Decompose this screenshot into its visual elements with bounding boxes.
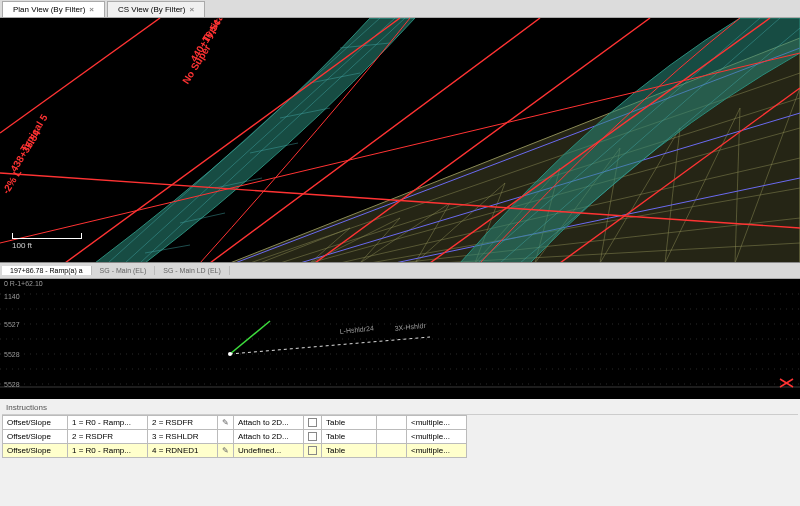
scale-bar: 100 ft bbox=[12, 233, 82, 250]
pencil-icon[interactable] bbox=[218, 430, 234, 444]
cell-table[interactable]: Table bbox=[322, 430, 377, 444]
cell-type: Offset/Slope bbox=[3, 430, 68, 444]
cell-table[interactable]: Table bbox=[322, 444, 377, 458]
cell-to[interactable]: 3 = RSHLDR bbox=[148, 430, 218, 444]
cell-to[interactable]: 4 = RDNED1 bbox=[148, 444, 218, 458]
plan-view[interactable]: Typical 5 438+36.54 -2% L Typical 6/7 44… bbox=[0, 18, 800, 263]
cell-attach[interactable]: Undefined... bbox=[234, 444, 304, 458]
cell-to[interactable]: 2 = RSDFR bbox=[148, 416, 218, 430]
cell-from[interactable]: 1 = R0 - Ramp... bbox=[68, 444, 148, 458]
tab-plan-view[interactable]: Plan View (By Filter) × bbox=[2, 1, 105, 17]
y-tick: 5528 bbox=[4, 381, 20, 388]
table-row[interactable]: Offset/Slope 2 = RSDFR 3 = RSHLDR Attach… bbox=[3, 430, 467, 444]
scale-label: 100 ft bbox=[12, 241, 32, 250]
tab-label: 197+86.78 - Ramp(a) a bbox=[10, 267, 83, 274]
cell-blank bbox=[377, 416, 407, 430]
close-icon[interactable]: × bbox=[89, 5, 94, 14]
table-row[interactable]: Offset/Slope 1 = R0 - Ramp... 2 = RSDFR … bbox=[3, 416, 467, 430]
section-tab[interactable]: SG - Main (EL) bbox=[92, 266, 156, 275]
tab-label: SG - Main (EL) bbox=[100, 267, 147, 274]
svg-text:3X-Hshldr: 3X-Hshldr bbox=[394, 322, 426, 332]
cell-type: Offset/Slope bbox=[3, 444, 68, 458]
cell-blank bbox=[377, 430, 407, 444]
tab-label: CS View (By Filter) bbox=[118, 5, 185, 14]
cell-type: Offset/Slope bbox=[3, 416, 68, 430]
section-tab[interactable]: SG - Main LD (EL) bbox=[155, 266, 230, 275]
tab-cs-view[interactable]: CS View (By Filter) × bbox=[107, 1, 205, 17]
cell-from[interactable]: 1 = R0 - Ramp... bbox=[68, 416, 148, 430]
checkbox[interactable] bbox=[304, 444, 322, 458]
section-tab-bar: 197+86.78 - Ramp(a) a SG - Main (EL) SG … bbox=[0, 263, 800, 279]
instructions-panel: Instructions Offset/Slope 1 = R0 - Ramp.… bbox=[0, 399, 800, 506]
svg-text:L-Hshldr24: L-Hshldr24 bbox=[339, 324, 374, 335]
cell-table[interactable]: Table bbox=[322, 416, 377, 430]
top-tab-bar: Plan View (By Filter) × CS View (By Filt… bbox=[0, 0, 800, 18]
svg-line-58 bbox=[230, 337, 430, 354]
plan-drawing bbox=[0, 18, 800, 263]
section-drawing: L-Hshldr24 3X-Hshldr bbox=[0, 279, 800, 399]
close-icon[interactable]: × bbox=[189, 5, 194, 14]
y-tick: 1140 bbox=[4, 293, 20, 300]
cell-from[interactable]: 2 = RSDFR bbox=[68, 430, 148, 444]
y-tick: 5528 bbox=[4, 351, 20, 358]
instructions-table: Offset/Slope 1 = R0 - Ramp... 2 = RSDFR … bbox=[2, 415, 467, 458]
checkbox[interactable] bbox=[304, 430, 322, 444]
svg-line-45 bbox=[0, 18, 160, 133]
pencil-icon[interactable]: ✎ bbox=[218, 444, 234, 458]
svg-point-59 bbox=[228, 352, 232, 356]
checkbox[interactable] bbox=[304, 416, 322, 430]
cell-multi[interactable]: <multiple... bbox=[407, 416, 467, 430]
cell-attach[interactable]: Attach to 2D... bbox=[234, 430, 304, 444]
section-tab[interactable]: 197+86.78 - Ramp(a) a bbox=[2, 266, 92, 275]
svg-line-57 bbox=[230, 321, 270, 354]
y-tick: 5527 bbox=[4, 321, 20, 328]
cross-section-view[interactable]: L-Hshldr24 3X-Hshldr 0 R-1+62.10 1140 55… bbox=[0, 279, 800, 399]
instructions-header: Instructions bbox=[2, 401, 798, 415]
tab-label: Plan View (By Filter) bbox=[13, 5, 85, 14]
cell-multi[interactable]: <multiple... bbox=[407, 444, 467, 458]
pencil-icon[interactable]: ✎ bbox=[218, 416, 234, 430]
table-row[interactable]: Offset/Slope 1 = R0 - Ramp... 4 = RDNED1… bbox=[3, 444, 467, 458]
cell-blank bbox=[377, 444, 407, 458]
tab-label: SG - Main LD (EL) bbox=[163, 267, 221, 274]
cell-attach[interactable]: Attach to 2D... bbox=[234, 416, 304, 430]
section-title: 0 R-1+62.10 bbox=[4, 280, 43, 287]
cell-multi[interactable]: <multiple... bbox=[407, 430, 467, 444]
